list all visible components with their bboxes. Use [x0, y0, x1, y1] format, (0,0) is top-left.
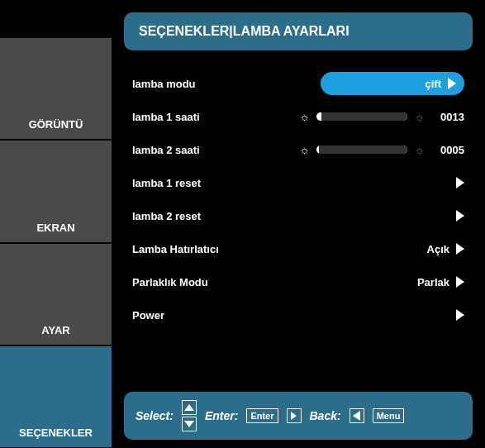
row-label: lamba 1 saati	[132, 111, 264, 123]
lamp-reminder-value: Açık	[427, 243, 449, 255]
chevron-right-icon	[456, 177, 464, 188]
sidebar-item-label: AYAR	[41, 324, 69, 336]
lamp1-hours-bar	[316, 112, 407, 121]
row-label: Parlaklık Modu	[132, 276, 264, 288]
sidebar-item-secenekler[interactable]: SEÇENEKLER	[0, 346, 112, 448]
row-controls: çift	[264, 72, 464, 95]
sidebar-item-ayar[interactable]: AYAR	[0, 243, 112, 346]
main-panel: SEÇENEKLER|LAMBA AYARLARI lamba modu çif…	[112, 0, 485, 448]
arrow-up-button[interactable]	[182, 400, 197, 415]
arrow-right-icon	[291, 412, 297, 420]
footer-back-label: Back:	[310, 409, 341, 422]
lamp1-hours-fill	[321, 112, 408, 121]
row-controls	[264, 210, 464, 222]
arrow-left-icon	[353, 411, 360, 421]
sidebar-item-ekran[interactable]: EKRAN	[0, 140, 112, 242]
footer-select-label: Select:	[136, 409, 174, 422]
bulb-bright-icon: ☼	[299, 143, 310, 156]
row-controls	[264, 177, 464, 188]
menu-button[interactable]: Menu	[373, 408, 405, 423]
row-controls: ☼ ☼ 0013	[264, 110, 464, 123]
chevron-right-icon	[448, 78, 456, 89]
sidebar-item-label: GÖRÜNTÜ	[29, 118, 83, 131]
row-label: lamba 2 saati	[132, 144, 264, 156]
arrow-right-button[interactable]	[287, 408, 302, 423]
bulb-dim-icon: ☼	[414, 143, 425, 156]
chevron-right-icon	[456, 210, 464, 222]
arrow-down-icon	[184, 421, 194, 427]
row-label: Lamba Hatırlatıcı	[132, 243, 264, 255]
chevron-right-icon	[456, 276, 464, 288]
row-label: Power	[132, 309, 264, 322]
settings-list: lamba modu çift lamba 1 saati ☼ ☼	[124, 50, 473, 392]
row-label: lamba 2 reset	[132, 210, 264, 222]
enter-button[interactable]: Enter	[246, 408, 278, 423]
row-lamp-reminder[interactable]: Lamba Hatırlatıcı Açık	[132, 232, 464, 265]
page-header: SEÇENEKLER|LAMBA AYARLARI	[124, 12, 473, 50]
row-bright-mode[interactable]: Parlaklık Modu Parlak	[132, 265, 464, 298]
row-label: lamba modu	[132, 78, 264, 90]
bulb-bright-icon: ☼	[299, 110, 310, 123]
row-lamp-mode[interactable]: lamba modu çift	[132, 67, 464, 100]
lamp-mode-value: çift	[426, 78, 442, 90]
footer-enter-label: Enter:	[205, 409, 238, 422]
sidebar: GÖRÜNTÜ EKRAN AYAR SEÇENEKLER	[0, 0, 112, 448]
sidebar-item-label: SEÇENEKLER	[19, 427, 93, 439]
row-label: lamba 1 reset	[132, 177, 264, 189]
chevron-right-icon	[456, 243, 464, 255]
sidebar-item-label: EKRAN	[36, 222, 74, 234]
bright-mode-value: Parlak	[417, 276, 449, 288]
lamp2-hours-bar	[316, 145, 407, 154]
lamp2-hours-value: 0005	[431, 144, 464, 156]
row-lamp2-reset[interactable]: lamba 2 reset	[132, 199, 464, 232]
row-controls	[264, 309, 464, 321]
lamp-mode-selector[interactable]: çift	[321, 72, 464, 95]
page-title: SEÇENEKLER|LAMBA AYARLARI	[139, 24, 349, 38]
row-controls: Açık	[264, 243, 464, 255]
lamp2-hours-fill	[319, 145, 407, 154]
arrow-up-icon	[184, 404, 194, 411]
updown-buttons[interactable]	[182, 400, 197, 431]
row-lamp1-hours: lamba 1 saati ☼ ☼ 0013	[132, 100, 464, 133]
lamp1-hours-value: 0013	[431, 111, 464, 123]
arrow-down-button[interactable]	[182, 417, 197, 431]
arrow-left-button[interactable]	[349, 408, 364, 423]
row-lamp1-reset[interactable]: lamba 1 reset	[132, 166, 464, 199]
footer-bar: Select: Enter: Enter Back: Menu	[124, 392, 473, 440]
chevron-right-icon	[456, 309, 464, 321]
row-lamp2-hours: lamba 2 saati ☼ ☼ 0005	[132, 133, 464, 166]
app-root: GÖRÜNTÜ EKRAN AYAR SEÇENEKLER SEÇENEKLER…	[0, 0, 485, 448]
sidebar-item-goruntu[interactable]: GÖRÜNTÜ	[0, 37, 112, 140]
bulb-dim-icon: ☼	[414, 110, 425, 123]
row-power[interactable]: Power	[132, 298, 464, 331]
row-controls: ☼ ☼ 0005	[264, 143, 464, 156]
row-controls: Parlak	[264, 276, 464, 288]
